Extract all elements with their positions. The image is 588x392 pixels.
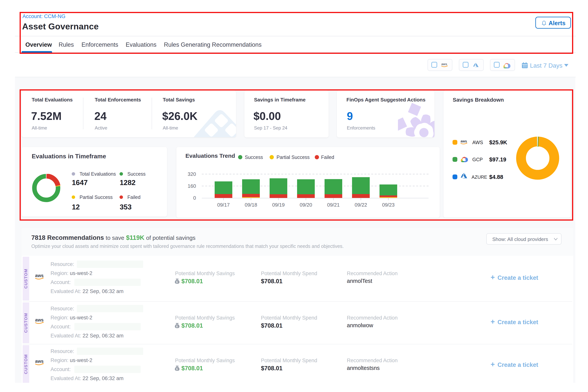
svg-text:aws: aws — [35, 318, 44, 322]
svg-text:$: $ — [176, 368, 178, 370]
svg-text:$: $ — [176, 280, 178, 284]
svg-text:aws: aws — [35, 273, 44, 278]
svg-text:$: $ — [176, 325, 178, 328]
svg-text:aws: aws — [441, 62, 447, 66]
svg-text:aws: aws — [35, 359, 44, 364]
